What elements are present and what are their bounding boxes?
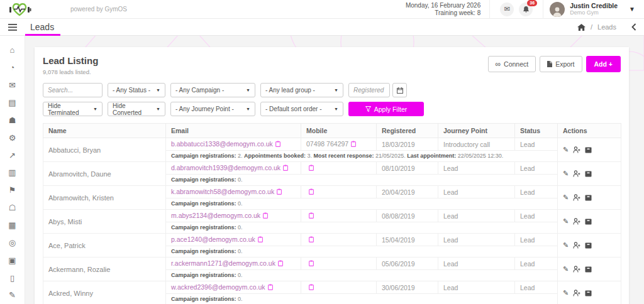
table-row: Abramowitch, Kristen k.abramowitch58@dem… bbox=[43, 186, 621, 198]
archive-lead-button[interactable] bbox=[585, 242, 592, 249]
export-button[interactable]: Export bbox=[540, 56, 582, 72]
share-icon[interactable]: ↗ bbox=[0, 146, 25, 164]
apply-filter-button[interactable]: Apply Filter bbox=[348, 102, 424, 116]
lead-email-link[interactable]: m.abys2134@demogym.co.uk bbox=[171, 212, 260, 219]
shield-icon[interactable]: ☗ bbox=[0, 111, 25, 129]
convert-lead-button[interactable] bbox=[573, 218, 580, 225]
add-lead-button[interactable]: Add + bbox=[586, 56, 621, 72]
document-icon[interactable]: ▯ bbox=[0, 269, 25, 286]
user-menu[interactable]: Justin Credible Demo Gym bbox=[543, 2, 626, 17]
copy-email-icon[interactable] bbox=[283, 165, 288, 172]
archive-lead-button[interactable] bbox=[585, 219, 592, 225]
copy-mobile-icon[interactable] bbox=[309, 260, 314, 268]
edit-lead-button[interactable]: ✎ bbox=[563, 265, 569, 273]
edit-lead-button[interactable]: ✎ bbox=[563, 146, 569, 154]
lead-status: Lead bbox=[515, 186, 558, 198]
convert-lead-button[interactable] bbox=[573, 266, 580, 273]
lead-mobile-cell bbox=[301, 186, 377, 198]
journey-point-filter-select[interactable]: - Any Journey Point -▼ bbox=[170, 102, 255, 116]
copy-mobile-icon[interactable] bbox=[309, 212, 314, 220]
convert-lead-button[interactable] bbox=[573, 242, 580, 249]
table-row: Ackred, Winny w.ackred2396@demogym.co.uk… bbox=[43, 281, 621, 294]
edit-lead-button[interactable]: ✎ bbox=[563, 241, 569, 249]
archive-lead-button[interactable] bbox=[585, 171, 592, 177]
grid-icon[interactable]: ▦ bbox=[0, 217, 25, 234]
date-line: Monday, 16 February 2026 bbox=[406, 2, 480, 9]
convert-lead-button[interactable] bbox=[573, 170, 580, 177]
copy-email-icon[interactable] bbox=[275, 141, 280, 148]
lead-email-link[interactable]: k.abramowitch58@demogym.co.uk bbox=[171, 188, 274, 195]
flag-icon[interactable]: ⚑ bbox=[0, 182, 25, 199]
convert-lead-button[interactable] bbox=[573, 290, 580, 296]
edit-lead-button[interactable]: ✎ bbox=[563, 193, 569, 202]
copy-mobile-icon[interactable] bbox=[351, 141, 356, 148]
home-icon[interactable] bbox=[577, 24, 586, 31]
convert-lead-button[interactable] bbox=[573, 146, 580, 153]
calendar-icon[interactable]: ▤ bbox=[0, 94, 25, 112]
edit-lead-button[interactable]: ✎ bbox=[563, 170, 569, 178]
activity-icon[interactable]: ◔ bbox=[0, 59, 25, 77]
lead-status: Lead bbox=[515, 210, 558, 222]
user-plus-icon bbox=[573, 242, 580, 249]
copy-email-icon[interactable] bbox=[268, 284, 273, 291]
chevron-down-icon[interactable]: ▼ bbox=[629, 6, 635, 13]
connect-button[interactable]: ∞ Connect bbox=[488, 56, 536, 72]
lead-count-subtitle: 9,078 leads listed. bbox=[43, 68, 98, 75]
lead-name: Ackred, Winny bbox=[43, 281, 166, 304]
lead-group-filter-select[interactable]: - Any lead group -▼ bbox=[260, 83, 343, 97]
copy-mobile-icon[interactable] bbox=[309, 165, 314, 172]
status-filter-select[interactable]: - Any Status -▼ bbox=[108, 83, 165, 97]
copy-mobile-icon[interactable] bbox=[309, 188, 314, 196]
lead-mobile-cell bbox=[301, 162, 377, 175]
registered-since-input[interactable] bbox=[348, 83, 390, 97]
copy-mobile-icon[interactable] bbox=[309, 236, 314, 244]
notifications-button[interactable]: 36 bbox=[519, 3, 533, 16]
date-picker-button[interactable] bbox=[392, 83, 407, 97]
lead-email-link[interactable]: p.ace1240@demogym.co.uk bbox=[171, 236, 255, 243]
pencil-icon: ✎ bbox=[563, 241, 569, 249]
table-row: Ackermann, Rozalie r.ackermann1271@demog… bbox=[43, 258, 621, 270]
lead-mobile: 07498 764297 bbox=[306, 140, 348, 148]
search-input[interactable] bbox=[43, 83, 103, 97]
breadcrumb-current: Leads bbox=[597, 23, 616, 31]
copy-email-icon[interactable] bbox=[277, 188, 282, 196]
campaign-filter-select[interactable]: - Any Campaign -▼ bbox=[170, 83, 255, 97]
converted-filter-select[interactable]: Hide Converted▼ bbox=[108, 102, 165, 116]
settings-icon[interactable]: ⚙ bbox=[0, 129, 25, 146]
home-icon[interactable]: ⌂ bbox=[0, 41, 25, 59]
edit-lead-button[interactable]: ✎ bbox=[563, 289, 569, 297]
edit-lead-button[interactable]: ✎ bbox=[563, 217, 569, 225]
lead-email-link[interactable]: w.ackred2396@demogym.co.uk bbox=[171, 283, 265, 291]
col-header-actions: Actions bbox=[558, 124, 621, 138]
copy-email-icon[interactable] bbox=[278, 260, 283, 268]
convert-lead-button[interactable] bbox=[573, 194, 580, 201]
lead-email-link[interactable]: b.abbatucci1338@demogym.co.uk bbox=[171, 140, 273, 148]
copy-mobile-icon[interactable] bbox=[309, 284, 314, 291]
sort-order-select[interactable]: - Default sort order -▼ bbox=[260, 102, 343, 116]
archive-icon bbox=[585, 290, 592, 296]
tab-leads[interactable]: Leads bbox=[30, 22, 54, 32]
pen-icon[interactable]: ✎ bbox=[0, 286, 25, 304]
caret-down-icon: ▼ bbox=[156, 107, 160, 111]
library-icon[interactable]: ▥ bbox=[0, 164, 25, 182]
collapse-panel-button[interactable] bbox=[631, 23, 636, 31]
archive-lead-button[interactable] bbox=[585, 195, 592, 201]
mail-icon[interactable]: ✉ bbox=[0, 77, 25, 94]
copy-email-icon[interactable] bbox=[258, 236, 263, 244]
archive-lead-button[interactable] bbox=[585, 290, 592, 296]
page-title: Lead Listing bbox=[43, 54, 98, 66]
menu-toggle-button[interactable] bbox=[0, 24, 25, 31]
copy-email-icon[interactable] bbox=[263, 212, 268, 220]
brand-tagline: powered by GymOS bbox=[70, 6, 127, 13]
terminated-filter-select[interactable]: Hide Terminated▼ bbox=[43, 102, 103, 116]
lead-email-link[interactable]: r.ackermann1271@demogym.co.uk bbox=[171, 259, 275, 267]
archive-lead-button[interactable] bbox=[585, 147, 592, 153]
archive-lead-button[interactable] bbox=[585, 266, 592, 273]
broadcast-icon[interactable]: ◎ bbox=[0, 234, 25, 251]
lead-status: Lead bbox=[515, 234, 558, 246]
archive-icon bbox=[585, 266, 592, 273]
archive-icon[interactable]: ▣ bbox=[0, 251, 25, 269]
store-icon[interactable]: ☖ bbox=[0, 199, 25, 217]
lead-email-link[interactable]: d.abramovitch1939@demogym.co.uk bbox=[171, 164, 280, 171]
messages-button[interactable]: ✉ bbox=[500, 3, 514, 16]
